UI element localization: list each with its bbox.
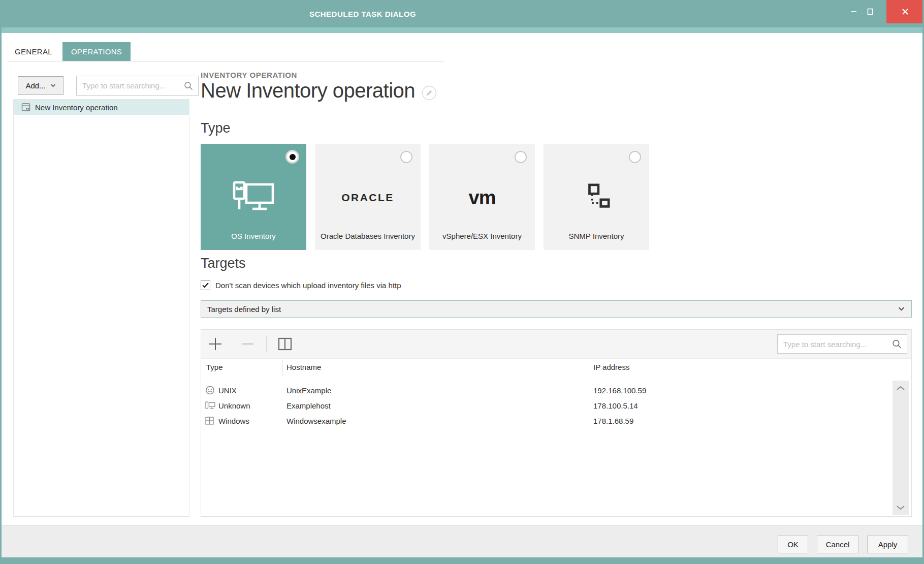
page-title: New Inventory operation bbox=[201, 79, 415, 102]
targets-table: Type Hostname IP address UNIX UnixExampl… bbox=[201, 329, 912, 517]
dont-scan-http-checkbox[interactable] bbox=[201, 280, 210, 290]
column-header-hostname[interactable]: Hostname bbox=[286, 363, 321, 371]
sidebar-search bbox=[76, 76, 199, 96]
close-button[interactable] bbox=[886, 0, 924, 23]
minus-icon bbox=[240, 336, 256, 352]
minimize-button[interactable] bbox=[846, 0, 862, 23]
type-option-oracle-databases-inventory[interactable]: ORACLE Oracle Databases Inventory bbox=[315, 144, 421, 250]
table-row[interactable]: Unknown Examplehost 178.100.5.14 bbox=[201, 398, 911, 413]
add-button[interactable]: Add... bbox=[18, 76, 63, 95]
cell-type: Unknown bbox=[218, 401, 250, 410]
table-row[interactable]: UNIX UnixExample 192.168.100.59 bbox=[201, 383, 911, 398]
card-label: Oracle Databases Inventory bbox=[320, 231, 416, 241]
tab-general-label: GENERAL bbox=[15, 47, 52, 56]
scheduled-task-dialog: SCHEDULED TASK DIALOG GENERAL OPERATIONS… bbox=[0, 0, 924, 564]
checkmark-icon bbox=[202, 283, 209, 288]
cancel-button[interactable]: Cancel bbox=[817, 536, 858, 553]
chevron-down-icon bbox=[898, 307, 905, 311]
inventory-task-icon bbox=[21, 103, 30, 112]
tab-operations-label: OPERATIONS bbox=[71, 47, 122, 56]
table-scrollbar[interactable] bbox=[893, 381, 909, 515]
column-chooser-button[interactable] bbox=[275, 334, 295, 354]
minimize-icon bbox=[851, 11, 857, 13]
section-eyebrow: INVENTORY OPERATION bbox=[201, 71, 297, 79]
cell-type: UNIX bbox=[218, 386, 237, 395]
unix-icon bbox=[205, 386, 215, 395]
table-header: Type Hostname IP address bbox=[201, 359, 911, 377]
window-left-border bbox=[0, 0, 2, 564]
oracle-logo: ORACLE bbox=[341, 192, 394, 204]
radio-unselected-icon[interactable] bbox=[515, 151, 527, 163]
cell-ip-address: 178.1.68.59 bbox=[593, 417, 633, 425]
table-search bbox=[777, 334, 907, 354]
tab-operations[interactable]: OPERATIONS bbox=[62, 42, 131, 61]
dialog-footer: OK Cancel Apply bbox=[0, 525, 924, 557]
title-bar: SCHEDULED TASK DIALOG bbox=[0, 0, 924, 27]
radio-unselected-icon[interactable] bbox=[629, 151, 641, 163]
sidebar-search-input[interactable] bbox=[77, 76, 198, 95]
scroll-up-button[interactable] bbox=[893, 382, 909, 395]
toolbar-separator bbox=[266, 336, 267, 352]
card-label: OS Inventory bbox=[206, 231, 301, 241]
type-option-os-inventory[interactable]: OS Inventory bbox=[201, 144, 306, 250]
column-chooser-icon bbox=[277, 337, 293, 351]
radio-unselected-icon[interactable] bbox=[400, 151, 412, 163]
snmp-icon bbox=[582, 183, 611, 212]
cell-hostname: UnixExample bbox=[286, 386, 331, 395]
type-option-snmp-inventory[interactable]: SNMP Inventory bbox=[544, 144, 649, 250]
tab-general[interactable]: GENERAL bbox=[8, 42, 59, 61]
scroll-down-button[interactable] bbox=[893, 501, 909, 514]
pencil-icon bbox=[422, 85, 437, 101]
maximize-button[interactable] bbox=[863, 0, 878, 23]
dont-scan-http-label: Don't scan devices which upload inventor… bbox=[215, 281, 401, 290]
tree-item-new-inventory-operation[interactable]: New Inventory operation bbox=[14, 100, 189, 115]
window-title: SCHEDULED TASK DIALOG bbox=[309, 10, 416, 18]
plus-icon bbox=[207, 336, 224, 352]
chevron-down-icon bbox=[50, 84, 56, 87]
cell-type: Windows bbox=[218, 417, 249, 425]
operations-tree-panel: New Inventory operation bbox=[13, 99, 189, 517]
windows-icon bbox=[205, 417, 214, 425]
targets-mode-value: Targets defined by list bbox=[207, 305, 281, 314]
search-icon bbox=[891, 339, 902, 350]
targets-heading: Targets bbox=[201, 256, 246, 271]
vmware-logo: vm bbox=[469, 187, 496, 209]
card-label: SNMP Inventory bbox=[549, 231, 644, 241]
edit-title-button[interactable] bbox=[422, 85, 437, 101]
chevron-down-icon bbox=[896, 505, 905, 510]
window-bottom-border bbox=[0, 557, 924, 564]
table-search-input[interactable] bbox=[778, 335, 907, 353]
type-option-vsphere-esx-inventory[interactable]: vm vSphere/ESX Inventory bbox=[429, 144, 535, 250]
unknown-device-icon bbox=[205, 401, 216, 410]
titlebar-accent-strip bbox=[0, 27, 924, 33]
radio-selected-icon[interactable] bbox=[285, 150, 299, 164]
remove-target-button[interactable] bbox=[238, 334, 258, 354]
cell-ip-address: 178.100.5.14 bbox=[593, 401, 638, 410]
column-header-type[interactable]: Type bbox=[206, 363, 223, 371]
targets-mode-select[interactable]: Targets defined by list bbox=[201, 300, 912, 318]
add-button-label: Add... bbox=[25, 81, 45, 90]
maximize-icon bbox=[867, 8, 873, 15]
card-label: vSphere/ESX Inventory bbox=[434, 231, 530, 241]
cell-hostname: Windowsexample bbox=[286, 417, 346, 425]
targets-toolbar bbox=[201, 330, 911, 359]
column-header-ip-address[interactable]: IP address bbox=[593, 363, 629, 371]
search-icon bbox=[183, 81, 194, 91]
column-divider bbox=[282, 360, 283, 376]
table-row[interactable]: Windows Windowsexample 178.1.68.59 bbox=[201, 413, 911, 428]
column-divider bbox=[590, 360, 590, 376]
os-inventory-icon bbox=[231, 180, 276, 215]
cell-hostname: Examplehost bbox=[286, 401, 331, 410]
ok-button[interactable]: OK bbox=[778, 536, 808, 553]
tree-item-label: New Inventory operation bbox=[35, 103, 118, 112]
apply-button[interactable]: Apply bbox=[867, 536, 908, 553]
add-target-button[interactable] bbox=[205, 334, 226, 354]
chevron-up-icon bbox=[896, 386, 905, 391]
close-icon bbox=[901, 8, 909, 16]
tab-underline bbox=[8, 61, 444, 61]
type-heading: Type bbox=[201, 120, 231, 136]
cell-ip-address: 192.168.100.59 bbox=[593, 386, 646, 395]
